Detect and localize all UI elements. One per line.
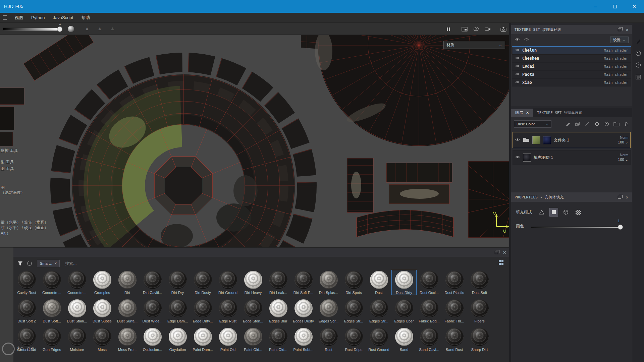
material-item[interactable]: Dirt Ground [215, 270, 240, 295]
material-item[interactable]: Dust Soft... [39, 298, 64, 323]
grid-view-icon[interactable] [498, 260, 504, 266]
menu-item-view[interactable]: 视图 [10, 13, 27, 22]
properties-close-icon[interactable]: ✕ [626, 195, 629, 199]
visibility-eye-icon[interactable] [515, 80, 520, 85]
material-item[interactable]: Dust Dirty [391, 270, 417, 295]
material-item[interactable]: Moss [90, 327, 115, 352]
material-item[interactable]: Rust Ground [366, 327, 391, 352]
material-item[interactable]: Dust [366, 270, 391, 295]
material-item[interactable]: Paint Old... [240, 327, 266, 352]
material-item[interactable]: Dirt Heavy [240, 270, 266, 295]
menu-item-help[interactable]: 帮助 [77, 13, 94, 22]
video-camera-icon[interactable] [484, 26, 491, 32]
layer-opacity[interactable]: 100 ⌄ [618, 158, 628, 162]
material-item[interactable]: Dust Stain... [64, 298, 90, 323]
smart-material-icon[interactable] [604, 121, 610, 127]
material-item[interactable]: Edges Uber [391, 298, 417, 323]
fill-layer-icon[interactable] [594, 121, 600, 127]
material-item[interactable]: Fabric Edg... [417, 298, 442, 323]
material-item[interactable]: Edges Blur [266, 298, 291, 323]
material-item[interactable]: Rust [316, 327, 341, 352]
filter-funnel-icon[interactable] [17, 261, 23, 266]
texture-set-settings-button[interactable]: 设置 ⌄ [610, 37, 629, 43]
fill-mode-dither-icon[interactable] [574, 208, 582, 217]
material-ball-icon[interactable] [632, 48, 644, 58]
material-item[interactable]: Crumples [90, 270, 115, 295]
material-item[interactable]: Sand [391, 327, 417, 352]
shelf-close-icon[interactable]: ✕ [503, 250, 506, 255]
material-item[interactable]: Dirt Dry [165, 270, 190, 295]
material-item[interactable]: Edges Scr... [316, 298, 341, 323]
menu-item-python[interactable]: Python [27, 13, 49, 22]
properties-undock-icon[interactable] [618, 196, 621, 199]
stencil-icon-1[interactable]: ▲ [85, 25, 90, 31]
uv-viewport[interactable]: VU 材质 ⌄ 皮擦 工具射 工具图 工具图（绝对深度）量（水平） / 旋转（垂… [0, 35, 509, 247]
material-item[interactable]: Edges Str... [366, 298, 391, 323]
material-item[interactable]: Dust Subtle [90, 298, 115, 323]
layer-opacity[interactable]: 100 ⌄ [618, 140, 628, 144]
texture-set-row[interactable]: CheshenMain shader [512, 54, 631, 62]
add-layer-icon[interactable] [575, 121, 581, 127]
paint-layer-icon[interactable] [584, 121, 590, 127]
app-menu-icon[interactable] [3, 15, 7, 20]
pause-engine-icon[interactable] [445, 26, 452, 32]
tool-pencil-icon[interactable] [632, 36, 644, 46]
material-item[interactable]: Oxydation [165, 327, 190, 352]
material-item[interactable]: Edge Rust [215, 298, 240, 323]
brush-alpha-icon[interactable] [68, 26, 74, 32]
texture-set-row[interactable]: xiaoMain shader [512, 78, 631, 86]
material-item[interactable]: Fibers [467, 298, 492, 323]
material-item[interactable]: Fabric Thr... [442, 298, 467, 323]
show-all-eye-icon[interactable] [515, 38, 520, 42]
texture-set-row[interactable]: ChelunMain shader [512, 46, 631, 54]
material-item[interactable]: Dust Occl... [417, 270, 442, 295]
material-item[interactable]: Sand Cavi... [417, 327, 442, 352]
channel-select[interactable]: Base Color ⌄ [514, 120, 551, 128]
layer-row-folder[interactable]: 文件夹 1 Norm 100 ⌄ [513, 132, 631, 148]
filter-tag[interactable]: Smar… × [37, 260, 60, 267]
material-item[interactable]: Cavity Rust [14, 270, 39, 295]
shading-mode-select[interactable]: 材质 ⌄ [443, 41, 505, 49]
material-item[interactable]: Moisture [64, 327, 90, 352]
material-item[interactable]: Paint Subt... [291, 327, 316, 352]
tab-layers[interactable]: 图层 ✕ [511, 109, 533, 117]
fill-mode-cube-icon[interactable] [561, 208, 570, 217]
history-clock-icon[interactable] [632, 60, 644, 70]
shelf-search-input[interactable] [65, 260, 139, 267]
material-item[interactable]: Edge Dam... [165, 298, 190, 323]
material-item[interactable]: Edges Dusty [291, 298, 316, 323]
material-item[interactable]: Dirt Caviti... [140, 270, 165, 295]
stencil-icon-3[interactable]: ▲ [110, 25, 115, 31]
visibility-eye-icon[interactable] [515, 72, 520, 77]
delete-layer-icon[interactable] [623, 121, 629, 127]
texture-set-row[interactable]: PaotaMain shader [512, 70, 631, 78]
visibility-eye-icon[interactable] [515, 56, 520, 61]
menu-item-javascript[interactable]: JavaScript [49, 13, 77, 22]
material-item[interactable]: Dust Wide... [140, 298, 165, 323]
material-item[interactable]: Dirt Dusty [190, 270, 215, 295]
filter-tag-close-icon[interactable]: × [54, 261, 57, 266]
visibility-eye-icon[interactable] [515, 48, 520, 53]
layer-visibility-icon[interactable] [515, 155, 520, 160]
material-item[interactable]: Dust Soft [467, 270, 492, 295]
fill-mode-triangle-icon[interactable] [537, 208, 546, 217]
material-item[interactable]: Dust Surfa... [115, 298, 140, 323]
texture-set-row[interactable]: LVdaiMain shader [512, 62, 631, 70]
stencil-icon-2[interactable]: ▲ [97, 25, 102, 31]
brush-size-slider[interactable] [3, 28, 60, 31]
minimize-button[interactable]: – [586, 0, 605, 13]
material-item[interactable]: Sharp Dirt [467, 327, 492, 352]
layer-row-fill[interactable]: 填充图层 1 Norm 100 ⌄ [513, 150, 631, 165]
material-item[interactable]: Paint Old... [266, 327, 291, 352]
layer-blend-mode[interactable]: Norm [620, 136, 628, 139]
color-slider-handle[interactable] [618, 225, 623, 230]
material-item[interactable]: Dirt [115, 270, 140, 295]
visibility-eye-icon[interactable] [515, 64, 520, 69]
brush-size-slider-handle[interactable] [57, 26, 62, 32]
tab-texture-set-settings[interactable]: TEXTURE SET 纹理集设置 [533, 109, 586, 117]
material-item[interactable]: Edge Dirty... [190, 298, 215, 323]
material-item[interactable]: Gun Edges [39, 327, 64, 352]
solo-eye-icon[interactable] [524, 38, 529, 42]
maximize-button[interactable] [605, 0, 625, 13]
material-item[interactable]: Edge Ston... [240, 298, 266, 323]
